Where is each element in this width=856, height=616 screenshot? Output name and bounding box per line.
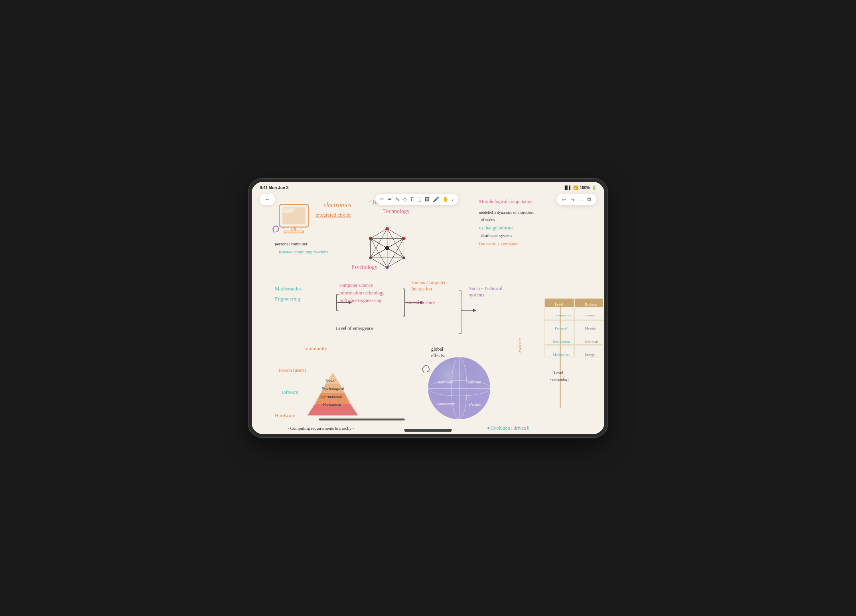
mathematics-label: Mathematics	[275, 286, 302, 292]
distributed-label: - distributed systems	[479, 233, 512, 238]
level-emergence-label: Level of emergence	[335, 326, 373, 332]
computing-bottom-label: - computing i	[550, 377, 570, 382]
selection-tool[interactable]: ⬚	[416, 196, 421, 202]
technology-label: Technology	[383, 208, 410, 215]
signal-icon: ▐▌▌	[563, 186, 572, 190]
sphere-community: community	[437, 401, 455, 407]
evolution-vertical-label: evolution	[517, 338, 523, 353]
the-world-label: The world ≥ computer	[478, 241, 518, 247]
pen-tool[interactable]: ✒	[388, 196, 392, 202]
engineering-label: Engineering	[275, 296, 300, 302]
action-toolbar: ↩ ↪ ··· ⧉	[556, 194, 596, 205]
hand-tool[interactable]: ✋	[442, 196, 449, 202]
audio-tool[interactable]: 🎤	[433, 196, 439, 202]
table-header-exchange: Exchang	[585, 302, 598, 307]
table-row3-col1: information	[553, 340, 570, 344]
global-effects-label: global effects.	[431, 346, 445, 359]
table-row4-col2: Energy	[585, 353, 595, 357]
table-header-level: Level	[555, 302, 563, 307]
drawing-toolbar: ✏ ✒ ✎ ◇ T ⬚ 🖼 🎤 ✋ ›	[375, 194, 458, 205]
undo-button[interactable]: ↩	[562, 197, 566, 203]
table-row4-col1: Mechanical	[553, 353, 570, 357]
more-options-button[interactable]: ···	[579, 197, 583, 203]
pyramid-informational: informational	[320, 394, 342, 399]
more-tools[interactable]: ›	[452, 196, 454, 202]
wifi-icon: 📶	[573, 186, 578, 190]
table-row3-col2: informati	[585, 340, 598, 344]
image-tool[interactable]: 🖼	[424, 196, 430, 202]
table-row1-col2: memes	[585, 313, 595, 318]
person-users-label: Person (users)	[279, 367, 306, 374]
share-button[interactable]: ⧉	[587, 196, 591, 203]
whiteboard-canvas[interactable]	[252, 182, 604, 434]
software-label: software	[282, 389, 298, 396]
home-indicator	[404, 429, 452, 431]
psychology-label: Psychology	[351, 264, 377, 271]
sphere-people: People	[469, 401, 481, 407]
social-science-label: Social Science	[407, 300, 435, 306]
integrated-circuit-label: integrated circuit	[316, 212, 351, 219]
sphere-hardware: Hardware	[437, 379, 453, 385]
time-display: 9:41 Mon Jun 3	[260, 186, 288, 190]
socio-technical-label: Socio - Technical systems	[469, 286, 503, 298]
battery-indicator: 100%	[580, 186, 590, 190]
table-row2-col2: Meanin	[585, 326, 596, 331]
eraser-tool[interactable]: ◇	[403, 196, 407, 202]
table-row1-col1: community	[555, 313, 571, 318]
svg-point-6	[282, 227, 284, 229]
back-button[interactable]: ←	[260, 194, 275, 205]
hci-label: Human Computer Interaction	[411, 280, 446, 292]
sphere-software: Software	[467, 379, 481, 385]
of-nodes-label: of nodes	[481, 217, 495, 222]
ipad-frame: 9:41 Mon Jun 3 ▐▌▌ 📶 100% 🔋 ← ✏ ✒ ✎ ◇ T …	[249, 179, 607, 437]
pyramid-social: Social	[325, 378, 335, 383]
pyramid-psychological: Psychological	[321, 386, 344, 391]
back-arrow-icon: ←	[264, 196, 270, 203]
electronics-label: electronics	[323, 201, 351, 209]
cs-it-se-label: computer scienceinformation technologySo…	[339, 282, 385, 305]
community-upper-label: community	[304, 346, 327, 352]
evolution-driven-label: ● Evolution : driven b	[487, 425, 530, 432]
morphological-label: Morphological computation	[479, 199, 533, 205]
pyramid-mechanical: Mechanical	[322, 402, 341, 407]
text-tool[interactable]: T	[410, 196, 413, 202]
svg-rect-61	[319, 419, 405, 421]
table-row2-col1: Personal	[555, 326, 567, 331]
redo-button[interactable]: ↪	[570, 197, 575, 203]
level-bottom-label: Level	[554, 370, 563, 375]
personal-computer-label: personal computer	[275, 241, 308, 247]
hardware-label: Hardware	[275, 413, 295, 419]
highlighter-tool[interactable]: ✎	[395, 196, 400, 202]
battery-icon: 🔋	[592, 186, 596, 190]
pencil-tool[interactable]: ✏	[380, 196, 385, 202]
isolated-label: isolated computing machine	[279, 249, 328, 255]
computing-req-label: - Computing requirements hierarchy -	[288, 425, 354, 431]
modeled-label: modeled ≥ dynamics of a structure	[479, 210, 535, 215]
status-bar: 9:41 Mon Jun 3 ▐▌▌ 📶 100% 🔋	[252, 182, 604, 193]
exchange-label: exchange informa	[479, 225, 513, 231]
